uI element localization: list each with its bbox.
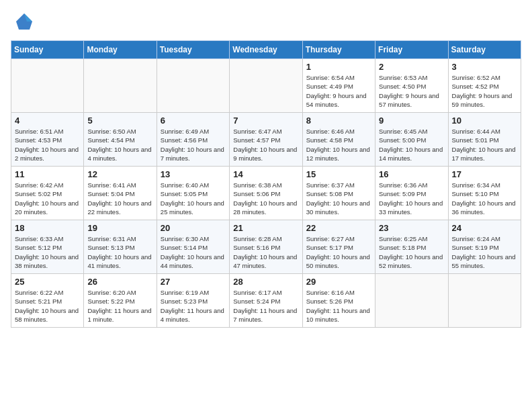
day-number: 11 (15, 169, 80, 179)
calendar-cell (157, 59, 229, 113)
calendar-cell: 16Sunrise: 6:36 AM Sunset: 5:09 PM Dayli… (375, 167, 448, 220)
calendar-cell: 25Sunrise: 6:22 AM Sunset: 5:21 PM Dayli… (11, 274, 84, 328)
calendar-week-row: 4Sunrise: 6:51 AM Sunset: 4:53 PM Daylig… (11, 113, 521, 167)
day-number: 20 (161, 223, 226, 233)
day-info: Sunrise: 6:30 AM Sunset: 5:14 PM Dayligh… (161, 234, 226, 270)
calendar-week-row: 18Sunrise: 6:33 AM Sunset: 5:12 PM Dayli… (11, 220, 521, 274)
day-number: 6 (161, 116, 226, 126)
day-number: 29 (306, 277, 371, 287)
calendar-cell: 7Sunrise: 6:47 AM Sunset: 4:57 PM Daylig… (230, 113, 302, 167)
day-number: 23 (379, 223, 444, 233)
day-number: 22 (306, 223, 371, 233)
day-number: 4 (15, 116, 80, 126)
day-number: 24 (452, 223, 517, 233)
calendar-cell: 4Sunrise: 6:51 AM Sunset: 4:53 PM Daylig… (11, 113, 84, 167)
calendar-week-row: 25Sunrise: 6:22 AM Sunset: 5:21 PM Dayli… (11, 274, 521, 328)
day-number: 7 (233, 116, 298, 126)
day-info: Sunrise: 6:49 AM Sunset: 4:56 PM Dayligh… (161, 127, 226, 163)
calendar-cell (84, 59, 157, 113)
calendar-cell: 19Sunrise: 6:31 AM Sunset: 5:13 PM Dayli… (84, 220, 157, 274)
day-number: 17 (452, 169, 517, 179)
day-info: Sunrise: 6:38 AM Sunset: 5:06 PM Dayligh… (233, 181, 298, 216)
calendar-cell: 14Sunrise: 6:38 AM Sunset: 5:06 PM Dayli… (230, 167, 302, 220)
page-header (11, 11, 521, 32)
calendar-cell: 29Sunrise: 6:16 AM Sunset: 5:26 PM Dayli… (302, 274, 375, 328)
day-info: Sunrise: 6:41 AM Sunset: 5:04 PM Dayligh… (87, 181, 152, 216)
calendar-cell: 3Sunrise: 6:52 AM Sunset: 4:52 PM Daylig… (448, 59, 521, 113)
day-number: 28 (233, 277, 298, 287)
day-info: Sunrise: 6:40 AM Sunset: 5:05 PM Dayligh… (161, 181, 226, 216)
header-wednesday: Wednesday (230, 41, 302, 59)
day-info: Sunrise: 6:16 AM Sunset: 5:26 PM Dayligh… (306, 288, 371, 324)
day-info: Sunrise: 6:42 AM Sunset: 5:02 PM Dayligh… (15, 181, 80, 216)
calendar-cell: 27Sunrise: 6:19 AM Sunset: 5:23 PM Dayli… (157, 274, 229, 328)
day-info: Sunrise: 6:54 AM Sunset: 4:49 PM Dayligh… (306, 73, 371, 109)
calendar-cell: 1Sunrise: 6:54 AM Sunset: 4:49 PM Daylig… (302, 59, 375, 113)
calendar-cell: 5Sunrise: 6:50 AM Sunset: 4:54 PM Daylig… (84, 113, 157, 167)
calendar-cell: 23Sunrise: 6:25 AM Sunset: 5:18 PM Dayli… (375, 220, 448, 274)
day-info: Sunrise: 6:44 AM Sunset: 5:01 PM Dayligh… (452, 127, 517, 163)
calendar-cell: 15Sunrise: 6:37 AM Sunset: 5:08 PM Dayli… (302, 167, 375, 220)
calendar-cell: 17Sunrise: 6:34 AM Sunset: 5:10 PM Dayli… (448, 167, 521, 220)
day-number: 16 (379, 169, 444, 179)
day-number: 14 (233, 169, 298, 179)
day-info: Sunrise: 6:31 AM Sunset: 5:13 PM Dayligh… (87, 234, 152, 270)
day-info: Sunrise: 6:36 AM Sunset: 5:09 PM Dayligh… (379, 181, 444, 216)
day-info: Sunrise: 6:33 AM Sunset: 5:12 PM Dayligh… (15, 234, 80, 270)
calendar-table: SundayMondayTuesdayWednesdayThursdayFrid… (11, 40, 521, 328)
calendar-cell: 24Sunrise: 6:24 AM Sunset: 5:19 PM Dayli… (448, 220, 521, 274)
day-number: 13 (161, 169, 226, 179)
day-info: Sunrise: 6:47 AM Sunset: 4:57 PM Dayligh… (233, 127, 298, 163)
header-monday: Monday (84, 41, 157, 59)
calendar-cell: 8Sunrise: 6:46 AM Sunset: 4:58 PM Daylig… (302, 113, 375, 167)
day-info: Sunrise: 6:28 AM Sunset: 5:16 PM Dayligh… (233, 234, 298, 270)
calendar-cell: 6Sunrise: 6:49 AM Sunset: 4:56 PM Daylig… (157, 113, 229, 167)
calendar-cell (448, 274, 521, 328)
calendar-header-row: SundayMondayTuesdayWednesdayThursdayFrid… (11, 41, 521, 59)
day-info: Sunrise: 6:46 AM Sunset: 4:58 PM Dayligh… (306, 127, 371, 163)
calendar-cell: 11Sunrise: 6:42 AM Sunset: 5:02 PM Dayli… (11, 167, 84, 220)
day-number: 25 (15, 277, 80, 287)
calendar-cell: 26Sunrise: 6:20 AM Sunset: 5:22 PM Dayli… (84, 274, 157, 328)
day-number: 27 (161, 277, 226, 287)
day-number: 21 (233, 223, 298, 233)
calendar-cell: 9Sunrise: 6:45 AM Sunset: 5:00 PM Daylig… (375, 113, 448, 167)
calendar-cell: 21Sunrise: 6:28 AM Sunset: 5:16 PM Dayli… (230, 220, 302, 274)
day-number: 10 (452, 116, 517, 126)
calendar-cell: 13Sunrise: 6:40 AM Sunset: 5:05 PM Dayli… (157, 167, 229, 220)
day-number: 26 (87, 277, 152, 287)
logo (11, 11, 35, 32)
day-info: Sunrise: 6:50 AM Sunset: 4:54 PM Dayligh… (87, 127, 152, 163)
calendar-cell: 10Sunrise: 6:44 AM Sunset: 5:01 PM Dayli… (448, 113, 521, 167)
day-info: Sunrise: 6:19 AM Sunset: 5:23 PM Dayligh… (161, 288, 226, 324)
calendar-cell: 18Sunrise: 6:33 AM Sunset: 5:12 PM Dayli… (11, 220, 84, 274)
calendar-cell (375, 274, 448, 328)
day-info: Sunrise: 6:20 AM Sunset: 5:22 PM Dayligh… (87, 288, 152, 324)
calendar-cell: 12Sunrise: 6:41 AM Sunset: 5:04 PM Dayli… (84, 167, 157, 220)
logo-icon (13, 11, 35, 32)
day-info: Sunrise: 6:37 AM Sunset: 5:08 PM Dayligh… (306, 181, 371, 216)
day-info: Sunrise: 6:27 AM Sunset: 5:17 PM Dayligh… (306, 234, 371, 270)
calendar-week-row: 11Sunrise: 6:42 AM Sunset: 5:02 PM Dayli… (11, 167, 521, 220)
day-info: Sunrise: 6:53 AM Sunset: 4:50 PM Dayligh… (379, 73, 444, 109)
day-info: Sunrise: 6:17 AM Sunset: 5:24 PM Dayligh… (233, 288, 298, 324)
calendar-cell: 20Sunrise: 6:30 AM Sunset: 5:14 PM Dayli… (157, 220, 229, 274)
day-info: Sunrise: 6:51 AM Sunset: 4:53 PM Dayligh… (15, 127, 80, 163)
day-info: Sunrise: 6:24 AM Sunset: 5:19 PM Dayligh… (452, 234, 517, 270)
day-number: 2 (379, 62, 444, 72)
day-number: 1 (306, 62, 371, 72)
day-number: 18 (15, 223, 80, 233)
calendar-cell: 22Sunrise: 6:27 AM Sunset: 5:17 PM Dayli… (302, 220, 375, 274)
header-thursday: Thursday (302, 41, 375, 59)
day-number: 19 (87, 223, 152, 233)
header-sunday: Sunday (11, 41, 84, 59)
day-info: Sunrise: 6:22 AM Sunset: 5:21 PM Dayligh… (15, 288, 80, 324)
header-saturday: Saturday (448, 41, 521, 59)
calendar-cell (230, 59, 302, 113)
day-number: 8 (306, 116, 371, 126)
day-number: 3 (452, 62, 517, 72)
header-tuesday: Tuesday (157, 41, 229, 59)
day-info: Sunrise: 6:34 AM Sunset: 5:10 PM Dayligh… (452, 181, 517, 216)
day-info: Sunrise: 6:25 AM Sunset: 5:18 PM Dayligh… (379, 234, 444, 270)
day-number: 9 (379, 116, 444, 126)
